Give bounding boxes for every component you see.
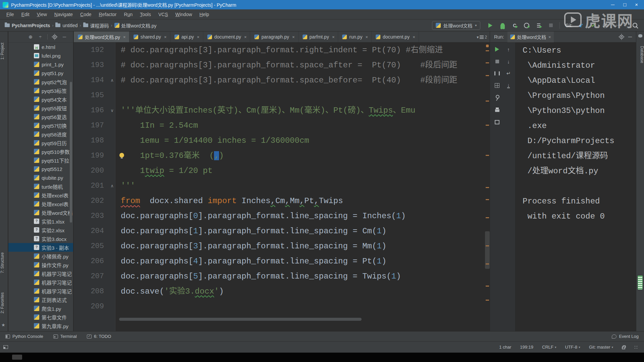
editor-tab[interactable]: document.py×: [372, 32, 419, 42]
line-number[interactable]: 207: [74, 269, 115, 284]
up-icon[interactable]: [505, 46, 512, 53]
tool-window-button-python-console[interactable]: Python Console: [5, 334, 43, 339]
tree-item[interactable]: pyqt53标签: [8, 86, 73, 95]
breadcrumb-item[interactable]: PycharmProjects: [5, 23, 50, 28]
stop-icon[interactable]: [547, 22, 554, 29]
hide-panel-icon[interactable]: ─: [628, 34, 632, 40]
tool-window-switcher-icon[interactable]: [3, 345, 8, 349]
line-number[interactable]: 196∨: [74, 103, 115, 118]
menu-item-vcs[interactable]: VCS: [155, 12, 172, 17]
line-number[interactable]: 198: [74, 133, 115, 148]
pause-icon[interactable]: [494, 70, 500, 77]
print-icon[interactable]: [494, 106, 500, 113]
debug-icon[interactable]: [499, 22, 506, 29]
line-number[interactable]: 199: [74, 148, 115, 163]
star-icon[interactable]: ★: [1, 322, 5, 327]
close-tab-icon[interactable]: ×: [244, 35, 247, 40]
close-tab-icon[interactable]: ×: [365, 35, 368, 40]
menu-item-edit[interactable]: Edit: [18, 12, 33, 17]
tree-item[interactable]: pyqt59日历: [8, 138, 73, 147]
project-tree-scrollbar[interactable]: [70, 82, 72, 223]
breadcrumb-item[interactable]: 课程源码: [83, 22, 109, 29]
line-number[interactable]: 195: [74, 88, 115, 103]
tree-item[interactable]: 机器学习笔记: [8, 269, 73, 278]
hidden-tabs-button[interactable]: ▾ 2: [477, 32, 487, 43]
close-tab-icon[interactable]: ×: [197, 35, 200, 40]
close-tab-icon[interactable]: ×: [292, 35, 295, 40]
maximize-window-icon[interactable]: □: [623, 0, 626, 9]
sidebar-item-database[interactable]: Database: [636, 40, 644, 70]
run-console-output[interactable]: C:\Users \Administrator \AppData\Local \…: [516, 43, 636, 331]
menu-item-help[interactable]: Help: [196, 12, 213, 17]
tree-item[interactable]: 正则表达式: [8, 295, 73, 304]
status-item-1-char[interactable]: 1 char: [499, 345, 511, 350]
tree-item[interactable]: 第九章库.py: [8, 321, 73, 330]
menu-item-tools[interactable]: Tools: [136, 12, 155, 17]
menu-item-file[interactable]: File: [3, 12, 18, 17]
editor-tab[interactable]: run.py×: [338, 32, 372, 42]
fold-marker-icon[interactable]: ∧: [110, 73, 114, 88]
tree-item[interactable]: pyqt55按钮: [8, 104, 73, 112]
settings-icon[interactable]: [52, 34, 57, 40]
tree-item[interactable]: pyqt57切换: [8, 121, 73, 130]
rerun-icon[interactable]: [494, 46, 500, 53]
line-number[interactable]: 193: [74, 58, 115, 73]
tree-item[interactable]: 机器学习笔记: [8, 278, 73, 287]
line-number[interactable]: 203: [74, 208, 115, 224]
editor-tab[interactable]: 处理word文档.py×: [74, 32, 129, 42]
editor-tab[interactable]: paragraph.py×: [250, 32, 298, 42]
status-item-199-19[interactable]: 199:19: [520, 345, 533, 350]
menu-item-view[interactable]: View: [33, 12, 51, 17]
line-number[interactable]: 200: [74, 163, 115, 178]
tree-item[interactable]: pyqt5512: [8, 165, 73, 173]
search-icon[interactable]: [632, 22, 639, 29]
menu-item-navigate[interactable]: Navigate: [51, 12, 76, 17]
code-editor[interactable]: 192# doc.paragraphs[3].paragraph_format.…: [74, 43, 490, 331]
git-update-icon[interactable]: [578, 22, 585, 29]
git-rollback-icon[interactable]: [614, 22, 621, 29]
status-item-utf-8[interactable]: UTF-8▾: [565, 345, 580, 350]
fold-marker-icon[interactable]: ∧: [110, 178, 114, 193]
tree-item[interactable]: 实验2.xlsx: [8, 226, 73, 234]
minimize-window-icon[interactable]: ─: [611, 0, 615, 9]
status-item-git-master[interactable]: Git: master▾: [589, 345, 613, 350]
tree-item[interactable]: 机器学习笔记: [8, 287, 73, 295]
tree-item[interactable]: pyqt510参数: [8, 147, 73, 156]
hide-icon[interactable]: ─: [62, 34, 67, 40]
event-log-button[interactable]: Event Log: [612, 334, 639, 339]
tree-item[interactable]: 第七章文件: [8, 313, 73, 321]
git-history-icon[interactable]: [602, 22, 609, 29]
status-item-crlf[interactable]: CRLF▾: [542, 345, 556, 350]
close-tab-icon[interactable]: ×: [413, 35, 415, 40]
close-tab-icon[interactable]: ×: [164, 35, 167, 40]
sidebar-item-structure[interactable]: 7: Structure: [0, 246, 8, 280]
fold-marker-icon[interactable]: ∨: [110, 103, 114, 118]
close-window-icon[interactable]: ×: [635, 0, 638, 9]
close-tab-icon[interactable]: ×: [332, 35, 335, 40]
run-configuration-select[interactable]: 处理word文档 ▾: [432, 21, 480, 30]
line-number[interactable]: 204: [74, 224, 115, 239]
run-with-icon[interactable]: [535, 22, 542, 29]
menu-item-run[interactable]: Run: [120, 12, 137, 17]
close-icon[interactable]: ×: [548, 35, 551, 40]
tree-item[interactable]: pyqt51.py: [8, 69, 73, 77]
menu-item-refactor[interactable]: Refactor: [95, 12, 120, 17]
locate-icon[interactable]: ⊕: [28, 34, 33, 40]
line-number[interactable]: 194∧: [74, 73, 115, 88]
soft-wrap-icon[interactable]: [505, 70, 512, 77]
gear-icon[interactable]: [620, 35, 624, 39]
line-number[interactable]: 197: [74, 118, 115, 133]
collapse-all-icon[interactable]: ÷: [38, 34, 43, 40]
line-number[interactable]: 208: [74, 284, 115, 299]
coverage-icon[interactable]: [511, 22, 518, 29]
editor-error-stripe[interactable]: [485, 43, 490, 331]
tree-item[interactable]: lufei.png: [8, 51, 73, 60]
tree-item[interactable]: 实验3 - 副本: [8, 243, 73, 252]
tree-item[interactable]: 小猪佩奇.py: [8, 252, 73, 260]
tree-item[interactable]: 操作文件.py: [8, 260, 73, 269]
tree-item[interactable]: e.html: [8, 43, 73, 51]
line-number[interactable]: 192: [74, 43, 115, 58]
tree-item[interactable]: 处理excel表: [8, 199, 73, 208]
breadcrumb-item[interactable]: untitled: [55, 23, 77, 28]
line-number[interactable]: 206: [74, 254, 115, 269]
